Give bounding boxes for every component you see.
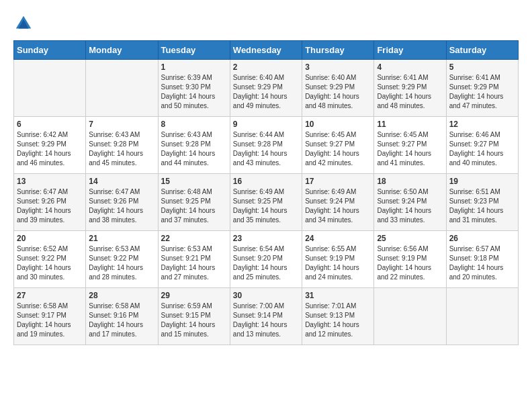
calendar-header-row: SundayMondayTuesdayWednesdayThursdayFrid… (14, 41, 519, 60)
day-info: Sunrise: 6:58 AM Sunset: 9:17 PM Dayligh… (17, 302, 83, 339)
day-number: 21 (89, 234, 154, 243)
calendar-cell: 6 Sunrise: 6:42 AM Sunset: 9:29 PM Dayli… (14, 117, 86, 174)
sunset-text: Sunset: 9:29 PM (449, 83, 499, 91)
logo (13, 13, 36, 34)
daylight-text: Daylight: 14 hours and 50 minutes. (161, 93, 216, 109)
sunrise-text: Sunrise: 6:43 AM (89, 131, 140, 138)
sunset-text: Sunset: 9:19 PM (377, 255, 427, 262)
day-number: 25 (377, 234, 443, 243)
weekday-header: Wednesday (230, 41, 302, 60)
sunrise-text: Sunrise: 6:40 AM (233, 74, 284, 81)
sunrise-text: Sunrise: 6:49 AM (233, 188, 284, 195)
daylight-text: Daylight: 14 hours and 39 minutes. (17, 207, 71, 224)
day-info: Sunrise: 6:44 AM Sunset: 9:28 PM Dayligh… (233, 130, 299, 168)
sunrise-text: Sunrise: 6:51 AM (449, 188, 500, 195)
sunrise-text: Sunrise: 6:52 AM (17, 245, 68, 253)
day-number: 8 (161, 120, 227, 129)
sunrise-text: Sunrise: 6:42 AM (17, 131, 68, 138)
calendar-cell: 11 Sunrise: 6:45 AM Sunset: 9:27 PM Dayl… (374, 117, 446, 174)
sunset-text: Sunset: 9:25 PM (161, 197, 211, 205)
calendar-week-row: 6 Sunrise: 6:42 AM Sunset: 9:29 PM Dayli… (14, 117, 519, 174)
day-number: 7 (89, 120, 154, 129)
calendar-cell: 25 Sunrise: 6:56 AM Sunset: 9:19 PM Dayl… (374, 231, 446, 288)
sunrise-text: Sunrise: 6:44 AM (233, 131, 284, 138)
calendar-cell: 7 Sunrise: 6:43 AM Sunset: 9:28 PM Dayli… (86, 117, 158, 174)
day-number: 4 (377, 62, 443, 72)
sunrise-text: Sunrise: 6:55 AM (305, 245, 356, 253)
calendar-week-row: 13 Sunrise: 6:47 AM Sunset: 9:26 PM Dayl… (14, 174, 519, 231)
sunrise-text: Sunrise: 6:46 AM (449, 131, 500, 138)
calendar-week-row: 27 Sunrise: 6:58 AM Sunset: 9:17 PM Dayl… (14, 288, 519, 345)
day-number: 28 (89, 291, 154, 300)
sunrise-text: Sunrise: 6:58 AM (17, 302, 68, 310)
calendar-cell: 13 Sunrise: 6:47 AM Sunset: 9:26 PM Dayl… (14, 174, 86, 231)
day-number: 16 (233, 177, 299, 186)
sunset-text: Sunset: 9:17 PM (17, 312, 66, 319)
sunset-text: Sunset: 9:19 PM (305, 255, 355, 262)
sunset-text: Sunset: 9:25 PM (233, 197, 283, 205)
day-info: Sunrise: 6:56 AM Sunset: 9:19 PM Dayligh… (377, 244, 443, 282)
day-number: 11 (377, 120, 443, 129)
sunset-text: Sunset: 9:23 PM (449, 197, 499, 205)
sunrise-text: Sunrise: 6:59 AM (161, 302, 212, 310)
sunset-text: Sunset: 9:21 PM (161, 255, 211, 262)
daylight-text: Daylight: 14 hours and 41 minutes. (377, 150, 431, 167)
day-number: 22 (161, 234, 227, 243)
calendar-cell: 14 Sunrise: 6:47 AM Sunset: 9:26 PM Dayl… (86, 174, 158, 231)
daylight-text: Daylight: 14 hours and 17 minutes. (89, 321, 143, 338)
sunrise-text: Sunrise: 7:01 AM (305, 302, 356, 310)
daylight-text: Daylight: 14 hours and 27 minutes. (161, 264, 216, 281)
daylight-text: Daylight: 14 hours and 40 minutes. (449, 150, 504, 167)
calendar-cell: 26 Sunrise: 6:57 AM Sunset: 9:18 PM Dayl… (446, 231, 518, 288)
calendar-cell: 5 Sunrise: 6:41 AM Sunset: 9:29 PM Dayli… (446, 60, 518, 117)
sunrise-text: Sunrise: 6:58 AM (89, 302, 140, 310)
daylight-text: Daylight: 14 hours and 24 minutes. (305, 264, 359, 281)
sunrise-text: Sunrise: 6:40 AM (305, 74, 356, 81)
day-info: Sunrise: 6:45 AM Sunset: 9:27 PM Dayligh… (305, 130, 371, 168)
calendar-cell: 20 Sunrise: 6:52 AM Sunset: 9:22 PM Dayl… (14, 231, 86, 288)
sunrise-text: Sunrise: 6:45 AM (305, 131, 356, 138)
sunset-text: Sunset: 9:28 PM (233, 140, 283, 148)
daylight-text: Daylight: 14 hours and 12 minutes. (305, 321, 359, 338)
day-number: 12 (449, 120, 515, 129)
day-number: 6 (17, 120, 83, 129)
weekday-header: Saturday (446, 41, 518, 60)
day-info: Sunrise: 6:47 AM Sunset: 9:26 PM Dayligh… (17, 187, 83, 225)
sunset-text: Sunset: 9:24 PM (305, 197, 355, 205)
daylight-text: Daylight: 14 hours and 22 minutes. (377, 264, 431, 281)
daylight-text: Daylight: 14 hours and 37 minutes. (161, 207, 216, 224)
weekday-header: Thursday (302, 41, 374, 60)
day-number: 15 (161, 177, 227, 186)
sunset-text: Sunset: 9:22 PM (89, 255, 138, 262)
calendar-cell: 30 Sunrise: 7:00 AM Sunset: 9:14 PM Dayl… (230, 288, 302, 345)
daylight-text: Daylight: 14 hours and 48 minutes. (377, 93, 431, 109)
day-info: Sunrise: 6:48 AM Sunset: 9:25 PM Dayligh… (161, 187, 227, 225)
calendar-cell: 31 Sunrise: 7:01 AM Sunset: 9:13 PM Dayl… (302, 288, 374, 345)
day-number: 1 (161, 62, 227, 72)
sunrise-text: Sunrise: 6:53 AM (161, 245, 212, 253)
day-info: Sunrise: 6:55 AM Sunset: 9:19 PM Dayligh… (305, 244, 371, 282)
calendar-cell: 29 Sunrise: 6:59 AM Sunset: 9:15 PM Dayl… (158, 288, 230, 345)
day-number: 9 (233, 120, 299, 129)
sunset-text: Sunset: 9:15 PM (161, 312, 211, 319)
sunrise-text: Sunrise: 6:49 AM (305, 188, 356, 195)
day-number: 5 (449, 62, 515, 72)
calendar-cell: 27 Sunrise: 6:58 AM Sunset: 9:17 PM Dayl… (14, 288, 86, 345)
day-info: Sunrise: 6:52 AM Sunset: 9:22 PM Dayligh… (17, 244, 83, 282)
sunset-text: Sunset: 9:14 PM (233, 312, 283, 319)
sunset-text: Sunset: 9:22 PM (17, 255, 66, 262)
daylight-text: Daylight: 14 hours and 43 minutes. (233, 150, 287, 167)
calendar-cell: 15 Sunrise: 6:48 AM Sunset: 9:25 PM Dayl… (158, 174, 230, 231)
sunrise-text: Sunrise: 6:50 AM (377, 188, 428, 195)
calendar-cell: 23 Sunrise: 6:54 AM Sunset: 9:20 PM Dayl… (230, 231, 302, 288)
calendar-cell: 10 Sunrise: 6:45 AM Sunset: 9:27 PM Dayl… (302, 117, 374, 174)
sunrise-text: Sunrise: 6:41 AM (377, 74, 428, 81)
daylight-text: Daylight: 14 hours and 35 minutes. (233, 207, 287, 224)
calendar-cell: 16 Sunrise: 6:49 AM Sunset: 9:25 PM Dayl… (230, 174, 302, 231)
sunrise-text: Sunrise: 6:48 AM (161, 188, 212, 195)
weekday-header: Friday (374, 41, 446, 60)
sunrise-text: Sunrise: 6:57 AM (449, 245, 500, 253)
sunset-text: Sunset: 9:29 PM (17, 140, 66, 148)
sunrise-text: Sunrise: 6:45 AM (377, 131, 428, 138)
daylight-text: Daylight: 14 hours and 48 minutes. (305, 93, 359, 109)
